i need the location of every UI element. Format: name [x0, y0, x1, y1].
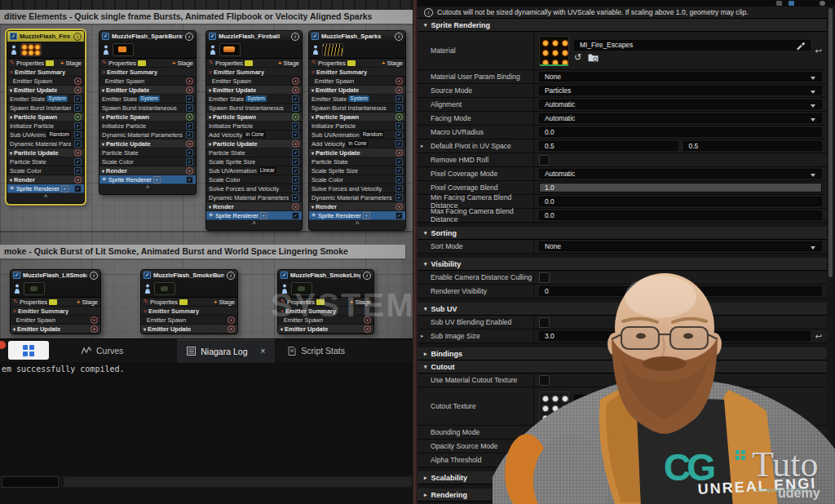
node-row-emitter-update[interactable]: ▾Emitter Update+: [7, 86, 84, 95]
module-enabled-checkbox[interactable]: ✓: [186, 104, 193, 112]
add-stage-plus-icon[interactable]: +: [77, 298, 80, 306]
node-row-properties[interactable]: ✎Properties+Stage: [309, 59, 405, 68]
emitter-enabled-checkbox[interactable]: ✓: [281, 272, 288, 279]
section-sorting[interactable]: ▾Sorting: [418, 227, 827, 240]
module-enabled-checkbox[interactable]: ✓: [395, 185, 403, 192]
node-row-particle-state[interactable]: Particle State✓: [7, 157, 84, 166]
node-row-add-velocity[interactable]: Add Velocityin Cone✓: [309, 139, 405, 148]
node-row-solve-forces-and-velocity[interactable]: Solve Forces and Velocity✓: [206, 184, 302, 193]
section-visibility[interactable]: ▾Visibility: [418, 258, 827, 271]
sub-image-size-input-y[interactable]: 3.0: [677, 331, 810, 341]
node-row-initialize-particle[interactable]: Initialize Particle✓: [309, 122, 405, 130]
add-stage-label[interactable]: Stage: [177, 60, 193, 67]
node-row-sprite-renderer-selected[interactable]: ✳Sprite Renderer+✓: [206, 211, 302, 220]
header-icon-1[interactable]: [776, 1, 782, 6]
module-enabled-checkbox[interactable]: ✓: [74, 131, 82, 139]
pixel-coverage-mode-dropdown[interactable]: Automatic: [539, 169, 822, 179]
triangle-right-icon[interactable]: ▸: [424, 351, 427, 357]
browse-folder-icon[interactable]: [588, 409, 599, 418]
node-row-sub-uvanimation[interactable]: Sub UVAnimationRandom✓: [7, 130, 84, 139]
module-enabled-checkbox[interactable]: ✓: [292, 185, 299, 192]
node-row-particle-spawn[interactable]: ▾Particle Spawn+: [206, 113, 302, 122]
node-row-scale-sprite-size[interactable]: Scale Sprite Size✓: [309, 166, 405, 175]
add-module-icon[interactable]: +: [91, 316, 98, 324]
pixel-coverage-blend-slider[interactable]: 1.0: [539, 183, 822, 192]
node-row-emitter-summary[interactable]: ≡Emitter Summary: [7, 68, 84, 77]
node-row-scale-color[interactable]: Scale Color✓: [309, 175, 405, 184]
add-stage-label[interactable]: Stage: [219, 298, 235, 306]
add-stage-plus-icon[interactable]: +: [350, 298, 353, 306]
node-row-dynamic-material-parameters[interactable]: Dynamic Material Parameters✓: [206, 193, 302, 202]
emitter-node-header[interactable]: ✓MuzzleFlash_SmokeLingeri: [278, 270, 373, 281]
add-module-icon[interactable]: +: [228, 325, 235, 333]
sub-image-size-input-x[interactable]: 3.0: [539, 331, 672, 341]
add-module-icon[interactable]: +: [74, 176, 82, 183]
triangle-down-icon[interactable]: ▾: [144, 326, 146, 332]
horizontal-scrollbar[interactable]: [64, 477, 412, 487]
add-stage-label[interactable]: Stage: [283, 60, 299, 67]
triangle-down-icon[interactable]: ▾: [424, 364, 427, 370]
module-enabled-checkbox[interactable]: ✓: [292, 104, 299, 112]
node-row-sprite-renderer-selected[interactable]: ✳Sprite Renderer+✓: [7, 184, 84, 193]
module-enabled-checkbox[interactable]: ✓: [292, 167, 299, 175]
window-grid-icon[interactable]: [8, 341, 49, 360]
node-row-sprite-renderer-selected[interactable]: ✳Sprite Renderer+✓: [309, 211, 405, 220]
asset-thumbnail-mi-fire-escapes[interactable]: [539, 36, 569, 66]
add-renderer-icon[interactable]: +: [61, 185, 68, 192]
node-row-dynamic-material-parameters[interactable]: Dynamic Material Parameters✓: [309, 193, 405, 202]
renderer-enabled-checkbox[interactable]: ✓: [74, 185, 82, 192]
triangle-down-icon[interactable]: ▾: [10, 87, 12, 93]
node-row-properties[interactable]: ✎Properties+Stage: [206, 59, 302, 68]
renderer-enabled-checkbox[interactable]: ✓: [395, 212, 403, 219]
add-stage-plus-icon[interactable]: +: [172, 60, 175, 67]
log-filter-box[interactable]: [2, 476, 59, 488]
module-enabled-checkbox[interactable]: ✓: [292, 122, 299, 130]
triangle-down-icon[interactable]: ▾: [424, 261, 427, 267]
asset-combo-t-fire-escapes[interactable]: T_Fire_Escapes: [574, 395, 708, 407]
sub-uv-blending-enabled-checkbox[interactable]: [539, 317, 550, 328]
asset-thumbnail-t-fire-escapes[interactable]: [539, 391, 569, 422]
node-row-particle-update[interactable]: ▾Particle Update+: [7, 148, 84, 157]
add-stage-plus-icon[interactable]: +: [382, 60, 385, 67]
remove-hmd-roll-checkbox[interactable]: [539, 155, 550, 166]
collapse-chevron-icon[interactable]: ^: [99, 184, 196, 194]
module-enabled-checkbox[interactable]: ✓: [292, 95, 299, 103]
node-row-spawn-burst-instantaneous[interactable]: Spawn Burst Instantaneous✓: [309, 104, 405, 113]
triangle-down-icon[interactable]: ▾: [10, 114, 12, 120]
module-enabled-checkbox[interactable]: ✓: [74, 95, 82, 103]
emitter-enabled-checkbox[interactable]: ✓: [209, 33, 216, 40]
add-renderer-icon[interactable]: +: [260, 212, 267, 219]
node-row-properties[interactable]: ✎Properties+Stage: [99, 59, 196, 68]
node-row-particle-state[interactable]: Particle State✓: [206, 148, 302, 157]
opacity-source-mode-dropdown[interactable]: OSM Alpha: [539, 441, 694, 451]
emitter-node-header[interactable]: ✓MuzzleFlash_SparkBursti: [99, 31, 196, 42]
add-stage-plus-icon[interactable]: +: [60, 60, 64, 67]
node-row-emitter-state[interactable]: Emitter StateSystem✓: [206, 95, 302, 104]
header-icon-2[interactable]: [789, 1, 794, 6]
emitter-enabled-checkbox[interactable]: ✓: [311, 33, 319, 40]
module-enabled-checkbox[interactable]: ✓: [395, 122, 403, 130]
module-enabled-checkbox[interactable]: ✓: [292, 158, 299, 166]
add-stage-plus-icon[interactable]: +: [214, 298, 217, 306]
niagara-system-overview-graph[interactable]: ditive Elements - Quick single frame Bur…: [0, 0, 413, 338]
tab-script-stats[interactable]: Script Stats: [278, 339, 355, 362]
material-user-param-binding-dropdown[interactable]: None: [539, 72, 822, 82]
emitter-enabled-checkbox[interactable]: ✓: [144, 272, 151, 279]
node-row-emitter-spawn[interactable]: Emitter Spawn+: [309, 77, 405, 86]
section-cutout[interactable]: ▾Cutout: [418, 360, 827, 374]
node-row-scale-color[interactable]: Scale Color✓: [7, 166, 84, 175]
module-enabled-checkbox[interactable]: ✓: [74, 104, 82, 112]
triangle-down-icon[interactable]: ▾: [424, 22, 427, 29]
node-row-particle-state[interactable]: Particle State✓: [309, 157, 405, 166]
section-rendering[interactable]: ▸Rendering: [418, 489, 827, 502]
triangle-down-icon[interactable]: ▾: [209, 204, 211, 210]
node-row-emitter-summary[interactable]: ≡Emitter Summary: [206, 68, 302, 77]
module-enabled-checkbox[interactable]: ✓: [395, 140, 403, 148]
node-row-particle-update[interactable]: ▾Particle Update+: [206, 139, 302, 148]
node-row-emitter-update[interactable]: ▾Emitter Update+: [278, 325, 373, 334]
triangle-right-icon[interactable]: ▸: [424, 475, 427, 481]
add-module-icon[interactable]: +: [292, 203, 299, 210]
node-row-emitter-summary[interactable]: ≡Emitter Summary: [278, 307, 373, 316]
emitter-node-header[interactable]: ✓MuzzleFlash_SmokeBursti: [141, 270, 237, 281]
emitter-node-muzzleflash-fire[interactable]: ✓MuzzleFlash_Firei✎Properties+Stage≡Emit…: [7, 30, 85, 204]
